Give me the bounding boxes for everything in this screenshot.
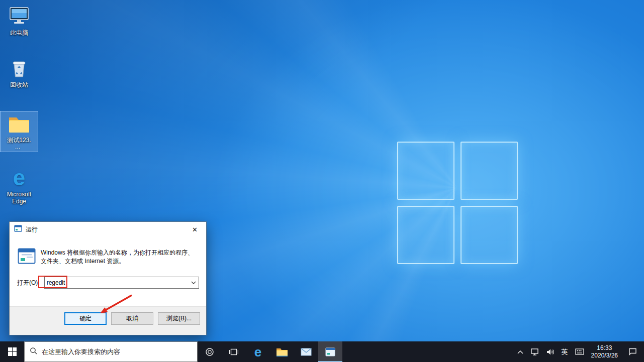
- network-icon: [531, 348, 539, 355]
- taskbar-edge-button[interactable]: e: [246, 341, 270, 362]
- clock-date: 2020/3/26: [591, 352, 618, 359]
- desktop-icon-test-folder[interactable]: 测试123. …: [1, 111, 38, 152]
- speaker-icon: [546, 348, 555, 355]
- cancel-button[interactable]: 取消: [111, 312, 153, 325]
- recycle-bin-icon: [1, 56, 38, 80]
- chevron-down-icon[interactable]: [189, 277, 199, 288]
- touch-keyboard-icon: [575, 348, 584, 355]
- cortana-button[interactable]: [198, 341, 222, 362]
- taskbar-clock[interactable]: 16:33 2020/3/26: [588, 341, 621, 362]
- file-explorer-icon: [276, 347, 288, 357]
- chevron-up-icon: [517, 349, 524, 354]
- edge-glyph: e: [13, 167, 25, 189]
- run-dialog-description-line1: Windows 将根据你所输入的名称，为你打开相应的程序、: [41, 249, 194, 257]
- run-dialog-titlebar-icon: [14, 225, 22, 234]
- search-icon: [30, 347, 38, 357]
- search-input[interactable]: [42, 348, 192, 355]
- tray-touch-keyboard-button[interactable]: [572, 341, 588, 362]
- desktop-icon-this-pc[interactable]: 此电脑: [1, 4, 38, 36]
- run-dialog-titlebar[interactable]: 运行 ✕: [10, 222, 206, 237]
- clock-time: 16:33: [591, 344, 618, 352]
- tray-ime-indicator[interactable]: 英: [558, 341, 572, 362]
- run-app-icon: [18, 248, 36, 266]
- run-dialog-description: Windows 将根据你所输入的名称，为你打开相应的程序、 文件夹、文档或 In…: [41, 249, 194, 266]
- run-open-row: 打开(O):: [17, 277, 199, 289]
- edge-icon: e: [1, 166, 38, 190]
- run-dialog-window: 运行 ✕ Windows 将根据你所输入的名称，为你打开相应的程序、 文件夹、文…: [9, 221, 207, 335]
- windows-logo-pane: [397, 206, 454, 264]
- taskbar: e: [0, 341, 644, 362]
- browse-button[interactable]: 浏览(B)...: [158, 312, 200, 325]
- windows-logo-icon: [8, 347, 17, 356]
- tray-network-button[interactable]: [527, 341, 543, 362]
- taskbar-mail-button[interactable]: [294, 341, 318, 362]
- close-icon[interactable]: ✕: [183, 222, 206, 237]
- cortana-icon: [205, 347, 214, 356]
- system-tray: 英 16:33 2020/3/26: [513, 341, 644, 362]
- desktop-icon-label-ellipsis: …: [1, 144, 38, 150]
- desktop-icon-label: 回收站: [1, 81, 38, 88]
- windows-logo-pane: [461, 206, 518, 264]
- run-command-input[interactable]: [45, 279, 189, 286]
- desktop-icon-label: Microsoft Edge: [1, 191, 38, 205]
- taskbar-search[interactable]: [24, 341, 198, 362]
- run-command-combobox[interactable]: [44, 277, 199, 289]
- notification-icon: [628, 348, 637, 355]
- open-label: 打开(O):: [17, 279, 40, 287]
- windows-logo-wallpaper: [397, 142, 518, 264]
- desktop-icon-recycle-bin[interactable]: 回收站: [1, 56, 38, 88]
- run-dialog-footer: 确定 取消 浏览(B)...: [10, 306, 206, 335]
- tray-expand-button[interactable]: [513, 341, 527, 362]
- taskbar-file-explorer-button[interactable]: [270, 341, 294, 362]
- run-dialog-description-line2: 文件夹、文档或 Internet 资源。: [41, 257, 194, 266]
- task-view-button[interactable]: [222, 341, 246, 362]
- windows-logo-pane: [461, 142, 518, 200]
- edge-icon: e: [254, 345, 261, 358]
- folder-icon: [1, 111, 38, 136]
- desktop-icon-label: 此电脑: [1, 29, 38, 36]
- desktop-icon-edge[interactable]: e Microsoft Edge: [1, 166, 38, 205]
- action-center-button[interactable]: [621, 341, 644, 362]
- tray-volume-button[interactable]: [543, 341, 558, 362]
- windows-logo-pane: [397, 142, 454, 200]
- desktop-icon-label: 测试123.: [1, 137, 38, 144]
- mail-icon: [301, 348, 312, 356]
- this-pc-icon: [1, 4, 38, 28]
- taskbar-run-button[interactable]: [318, 341, 342, 362]
- ok-button[interactable]: 确定: [64, 312, 107, 325]
- start-button[interactable]: [0, 341, 24, 362]
- run-window-icon: [325, 347, 335, 356]
- task-view-icon: [229, 348, 238, 356]
- run-dialog-title: 运行: [26, 225, 38, 234]
